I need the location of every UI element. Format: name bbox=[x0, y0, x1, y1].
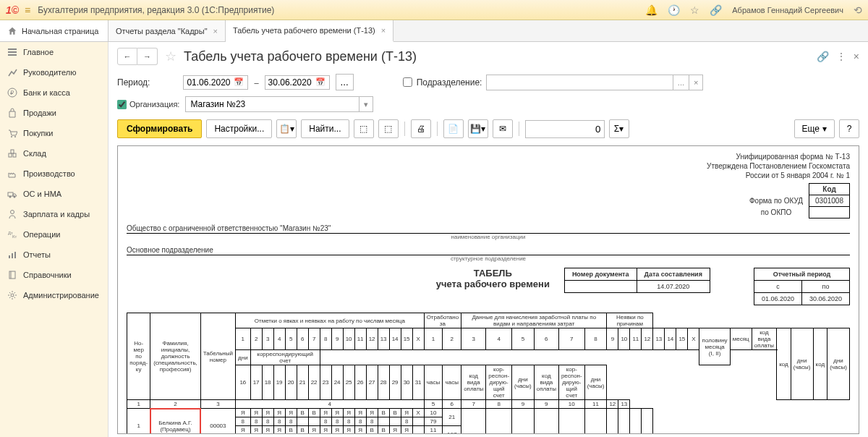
settings-button[interactable]: Настройки... bbox=[206, 119, 272, 138]
person-icon bbox=[7, 209, 17, 219]
tab-bar: Начальная страница Отчеты раздела "Кадры… bbox=[0, 20, 868, 42]
help-button[interactable]: ? bbox=[839, 119, 859, 138]
print-button[interactable]: 🖨 bbox=[411, 119, 431, 138]
svg-text:Кт: Кт bbox=[12, 234, 17, 239]
preview-button[interactable]: 📄 bbox=[443, 119, 464, 138]
calendar-icon[interactable]: 📅 bbox=[315, 77, 326, 87]
form-button[interactable]: Сформировать bbox=[117, 119, 202, 138]
side-operations[interactable]: ДтКтОперации bbox=[0, 224, 108, 245]
sync-icon[interactable]: ⟲ bbox=[854, 4, 862, 16]
boxes-icon bbox=[7, 148, 17, 158]
sum-button[interactable]: Σ▾ bbox=[609, 119, 629, 138]
num-input[interactable] bbox=[525, 120, 605, 138]
user-name[interactable]: Абрамов Геннадий Сергеевич bbox=[732, 6, 843, 14]
svg-point-21 bbox=[11, 294, 14, 297]
app-title: Бухгалтерия предприятия, редакция 3.0 (1… bbox=[38, 5, 274, 15]
back-button[interactable]: ← bbox=[117, 48, 137, 65]
side-purchase[interactable]: Покупки bbox=[0, 123, 108, 143]
favorite-icon[interactable]: ☆ bbox=[165, 48, 176, 64]
subdiv-checkbox[interactable] bbox=[403, 77, 412, 87]
doc-meta: Номер документаДата составления 14.07.20… bbox=[564, 268, 710, 293]
org-select[interactable]: ▾ bbox=[185, 96, 373, 112]
factory-icon bbox=[7, 169, 17, 179]
svg-rect-0 bbox=[8, 48, 17, 50]
link-icon[interactable]: 🔗 bbox=[710, 4, 722, 16]
svg-rect-18 bbox=[14, 252, 16, 258]
tab-reports[interactable]: Отчеты раздела "Кадры" × bbox=[109, 20, 226, 41]
side-assets[interactable]: ОС и НМА bbox=[0, 184, 108, 204]
close-icon[interactable]: × bbox=[213, 27, 218, 35]
org-label: Организация: bbox=[129, 100, 179, 109]
expand-button[interactable]: ⬚ bbox=[354, 119, 374, 138]
period-select-button[interactable]: ... bbox=[336, 74, 354, 90]
org-row: Организация: ▾ bbox=[109, 93, 868, 115]
side-main[interactable]: Главное bbox=[0, 42, 108, 62]
subdiv-label: Подразделение: bbox=[417, 77, 482, 88]
side-bank[interactable]: ₽Банк и касса bbox=[0, 82, 108, 103]
side-admin[interactable]: Администрирование bbox=[0, 285, 108, 305]
calendar-icon[interactable]: 📅 bbox=[234, 77, 244, 87]
svg-point-5 bbox=[11, 136, 12, 137]
collapse-button[interactable]: ⬚ bbox=[378, 119, 399, 138]
menu-icon[interactable]: ≡ bbox=[25, 4, 30, 16]
svg-point-11 bbox=[9, 196, 12, 198]
svg-rect-10 bbox=[8, 192, 13, 196]
tab-home-label: Начальная страница bbox=[22, 27, 98, 35]
svg-rect-7 bbox=[9, 153, 12, 157]
book-icon bbox=[7, 270, 17, 280]
svg-rect-8 bbox=[13, 153, 16, 157]
doc-title-row: ТАБЕЛЬ учета рабочего времени Номер доку… bbox=[127, 268, 850, 305]
ruble-icon: ₽ bbox=[7, 88, 17, 98]
content: ← → ☆ Табель учета рабочего времени (Т-1… bbox=[109, 42, 868, 437]
more-button[interactable]: Еще ▾ bbox=[794, 119, 835, 138]
date-from-input[interactable]: 📅 bbox=[183, 75, 248, 90]
close-icon[interactable]: × bbox=[854, 51, 859, 62]
side-warehouse[interactable]: Склад bbox=[0, 143, 108, 164]
find-button[interactable]: Найти... bbox=[301, 119, 349, 138]
forward-button[interactable]: → bbox=[137, 48, 158, 65]
close-icon[interactable]: × bbox=[381, 26, 386, 35]
page-title: Табель учета рабочего времени (Т-13) bbox=[184, 49, 417, 64]
clear-x-icon[interactable]: × bbox=[689, 75, 702, 90]
history-icon[interactable]: 🕐 bbox=[668, 4, 680, 16]
star-icon[interactable]: ☆ bbox=[690, 4, 699, 16]
svg-rect-2 bbox=[8, 54, 17, 56]
sidebar: Главное Руководителю ₽Банк и касса Прода… bbox=[0, 42, 109, 437]
org-checkbox[interactable] bbox=[117, 100, 127, 109]
side-sales[interactable]: Продажи bbox=[0, 103, 108, 123]
subdiv-input[interactable]: ...× bbox=[486, 75, 703, 90]
side-catalogs[interactable]: Справочники bbox=[0, 265, 108, 285]
bag-icon bbox=[7, 108, 17, 118]
dropdown-icon[interactable]: ▾ bbox=[359, 97, 373, 111]
tab-timesheet[interactable]: Табель учета рабочего времени (Т-13) × bbox=[226, 20, 393, 42]
svg-rect-9 bbox=[11, 150, 14, 153]
side-salary[interactable]: Зарплата и кадры bbox=[0, 204, 108, 224]
tab-home[interactable]: Начальная страница bbox=[0, 20, 109, 41]
svg-rect-19 bbox=[9, 271, 15, 279]
save-button[interactable]: 💾▾ bbox=[468, 119, 488, 138]
title-bar: 1© ≡ Бухгалтерия предприятия, редакция 3… bbox=[0, 0, 868, 20]
side-manager[interactable]: Руководителю bbox=[0, 62, 108, 82]
toolbar: Сформировать Настройки... 📋▾ Найти... ⬚ … bbox=[109, 115, 868, 143]
more-icon[interactable]: ⋮ bbox=[836, 51, 846, 62]
filter-row: Период: 📅 – 📅 ... Подразделение: ...× bbox=[109, 71, 868, 93]
svg-text:₽: ₽ bbox=[10, 90, 14, 96]
variants-button[interactable]: 📋▾ bbox=[276, 119, 297, 138]
period-meta: Отчетный период спо 01.06.202030.06.2020 bbox=[754, 268, 850, 305]
top-right-icons: 🔔 🕐 ☆ 🔗 Абрамов Геннадий Сергеевич ⟲ bbox=[645, 4, 862, 16]
truck-icon bbox=[7, 189, 17, 199]
clear-icon[interactable]: ... bbox=[673, 75, 689, 90]
link-icon[interactable]: 🔗 bbox=[817, 51, 829, 62]
svg-rect-1 bbox=[8, 51, 17, 53]
cart-icon bbox=[7, 128, 17, 138]
bell-icon[interactable]: 🔔 bbox=[645, 4, 658, 16]
svg-point-6 bbox=[14, 136, 16, 137]
document-area[interactable]: Унифицированная форма № Т-13 Утверждена … bbox=[117, 145, 859, 434]
list-icon bbox=[7, 47, 17, 57]
mail-button[interactable]: ✉ bbox=[493, 119, 513, 138]
date-to-input[interactable]: 📅 bbox=[265, 75, 330, 90]
content-header: ← → ☆ Табель учета рабочего времени (Т-1… bbox=[109, 42, 868, 71]
dept-name: Основное подразделение bbox=[127, 246, 850, 255]
side-production[interactable]: Производство bbox=[0, 164, 108, 184]
side-reports[interactable]: Отчеты bbox=[0, 245, 108, 265]
